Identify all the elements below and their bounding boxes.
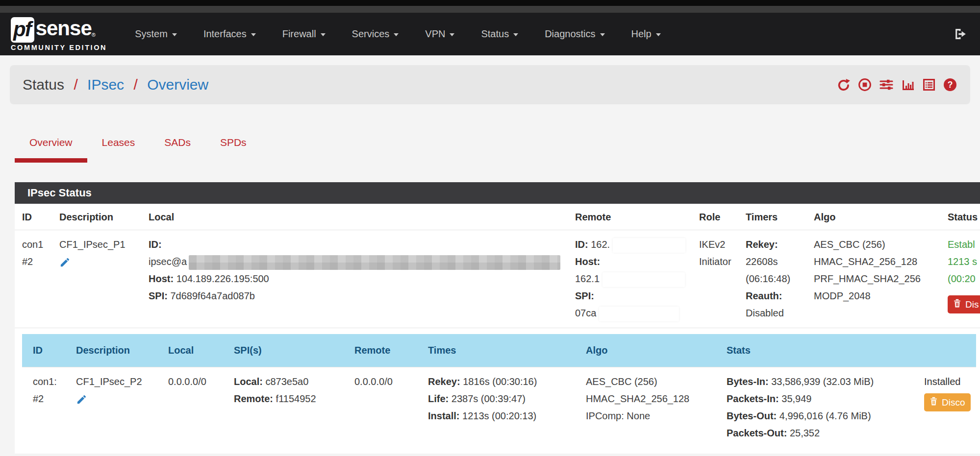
- child-col-local: Local: [164, 334, 230, 367]
- pfsense-logo[interactable]: pf sense ® COMMUNITY EDITION: [11, 17, 107, 51]
- p1-role-cell: IKEv2 Initiator: [695, 230, 742, 328]
- col-header-timers: Timers: [742, 204, 810, 230]
- chevron-down-icon: [394, 33, 399, 36]
- p2-algo-cell: AES_CBC (256) HMAC_SHA2_256_128 IPComp: …: [582, 367, 723, 448]
- disconnect-p1-button[interactable]: Dis: [948, 295, 980, 313]
- nav-item-system[interactable]: System: [122, 28, 190, 40]
- chevron-down-icon: [600, 33, 605, 36]
- edit-icon[interactable]: [59, 256, 71, 273]
- redacted-block: [599, 307, 679, 321]
- community-edition-label: COMMUNITY EDITION: [11, 44, 107, 51]
- nav-item-interfaces[interactable]: Interfaces: [190, 28, 269, 40]
- p1-description-cell: CF1_IPsec_P1: [55, 230, 145, 328]
- p2-stats-cell: Bytes-In: 33,586,939 (32.03 MiB) Packets…: [723, 367, 920, 448]
- pf-logo-box: pf: [11, 17, 34, 43]
- top-strip: [0, 0, 980, 6]
- breadcrumb-link-ipsec[interactable]: IPsec: [87, 76, 124, 93]
- child-col-description: Description: [72, 334, 164, 367]
- nav-item-status[interactable]: Status: [468, 28, 531, 40]
- screen: pf sense ® COMMUNITY EDITION System Inte…: [0, 0, 980, 454]
- p1-remote-cell: ID: 162. Host: 162.1 SPI: 07ca: [571, 230, 695, 328]
- col-header-role: Role: [695, 204, 742, 230]
- filter-icon[interactable]: [879, 77, 894, 92]
- main-menu: System Interfaces Firewall Services VPN …: [122, 28, 674, 40]
- breadcrumb-panel: Status / IPsec / Overview ?: [10, 65, 970, 104]
- redacted-block: [613, 238, 685, 253]
- table-icon[interactable]: [922, 77, 936, 92]
- p1-timers-cell: Rekey: 22608s (06:16:48) Reauth: Disable…: [742, 230, 810, 328]
- p1-id-cell: con1 #2: [15, 230, 55, 328]
- secondary-strip: [0, 6, 980, 13]
- child-header-row: ID Description Local SPI(s) Remote Times…: [22, 334, 976, 367]
- col-header-local: Local: [145, 204, 571, 230]
- breadcrumb: Status / IPsec / Overview: [23, 76, 208, 93]
- chevron-down-icon: [321, 33, 326, 36]
- bar-chart-icon[interactable]: [901, 77, 915, 92]
- chevron-down-icon: [172, 33, 177, 36]
- breadcrumb-separator: /: [74, 76, 77, 93]
- nav-item-services[interactable]: Services: [339, 28, 412, 40]
- svg-text:?: ?: [948, 80, 953, 90]
- top-navbar: pf sense ® COMMUNITY EDITION System Inte…: [0, 13, 980, 55]
- child-col-remote: Remote: [351, 334, 424, 367]
- p1-status-cell: Establ 1213 s (00:20 Dis: [944, 230, 980, 328]
- help-icon[interactable]: ?: [943, 77, 957, 92]
- trash-icon: [930, 396, 938, 408]
- p2-spi-cell: Local: c873e5a0 Remote: f1154952: [230, 367, 351, 448]
- child-col-spis: SPI(s): [230, 334, 351, 367]
- child-sa-table: ID Description Local SPI(s) Remote Times…: [22, 334, 976, 448]
- col-header-status: Status: [944, 204, 980, 230]
- panel-title: IPsec Status: [15, 182, 980, 204]
- p1-local-cell: ID: ipsec@a Host: 104.189.226.195:500 SP…: [145, 230, 571, 328]
- p2-remote-cell: 0.0.0.0/0: [351, 367, 424, 448]
- p2-local-cell: 0.0.0.0/0: [164, 367, 230, 448]
- p2-id-cell: con1: #2: [22, 367, 72, 448]
- p1-algo-cell: AES_CBC (256) HMAC_SHA2_256_128 PRF_HMAC…: [810, 230, 944, 328]
- col-header-algo: Algo: [810, 204, 944, 230]
- redacted-block: [603, 272, 685, 287]
- edit-icon[interactable]: [76, 393, 87, 410]
- nav-item-firewall[interactable]: Firewall: [269, 28, 339, 40]
- trash-icon: [953, 298, 961, 311]
- page-action-icons: ?: [836, 77, 957, 92]
- tab-overview[interactable]: Overview: [15, 133, 87, 163]
- nav-item-help[interactable]: Help: [618, 28, 674, 40]
- status-installed: Installed: [924, 373, 972, 390]
- tab-spds[interactable]: SPDs: [205, 133, 261, 163]
- ipsec-tabs: Overview Leases SADs SPDs: [15, 133, 980, 163]
- registered-mark: ®: [92, 32, 96, 38]
- table-row: con1 #2 CF1_IPsec_P1 ID: ipsec@a Host: 1…: [15, 230, 980, 328]
- sign-out-icon[interactable]: [954, 27, 967, 41]
- nav-item-diagnostics[interactable]: Diagnostics: [531, 28, 618, 40]
- col-header-id: ID: [15, 204, 55, 230]
- chevron-down-icon: [450, 33, 454, 36]
- breadcrumb-section: Status: [23, 76, 64, 93]
- disconnect-p2-button[interactable]: Disco: [924, 393, 971, 411]
- chevron-down-icon: [251, 33, 256, 36]
- chevron-down-icon: [513, 33, 518, 36]
- status-established: Establ: [948, 236, 980, 253]
- breadcrumb-link-overview[interactable]: Overview: [147, 76, 208, 93]
- refresh-icon[interactable]: [836, 77, 851, 92]
- child-col-id: ID: [22, 334, 72, 367]
- ipsec-status-panel: IPsec Status ID Description Local Remote…: [15, 182, 980, 454]
- chevron-down-icon: [656, 33, 661, 36]
- tab-sads[interactable]: SADs: [150, 133, 205, 163]
- breadcrumb-separator: /: [133, 76, 137, 93]
- child-col-actions: [920, 334, 976, 367]
- table-header-row: ID Description Local Remote Role Timers …: [15, 204, 980, 230]
- redacted-block: [189, 255, 560, 270]
- p2-status-cell: Installed Disco: [920, 367, 976, 448]
- col-header-remote: Remote: [571, 204, 695, 230]
- child-col-times: Times: [424, 334, 582, 367]
- stop-icon[interactable]: [857, 77, 872, 92]
- ipsec-status-table: ID Description Local Remote Role Timers …: [15, 204, 980, 454]
- child-col-stats: Stats: [723, 334, 920, 367]
- col-header-description: Description: [55, 204, 145, 230]
- child-col-algo: Algo: [582, 334, 723, 367]
- sense-logo-text: sense: [36, 17, 92, 40]
- nav-item-vpn[interactable]: VPN: [412, 28, 468, 40]
- child-sa-container: ID Description Local SPI(s) Remote Times…: [15, 328, 980, 454]
- table-row: con1: #2 CF1_IPsec_P2: [22, 367, 976, 448]
- tab-leases[interactable]: Leases: [87, 133, 150, 163]
